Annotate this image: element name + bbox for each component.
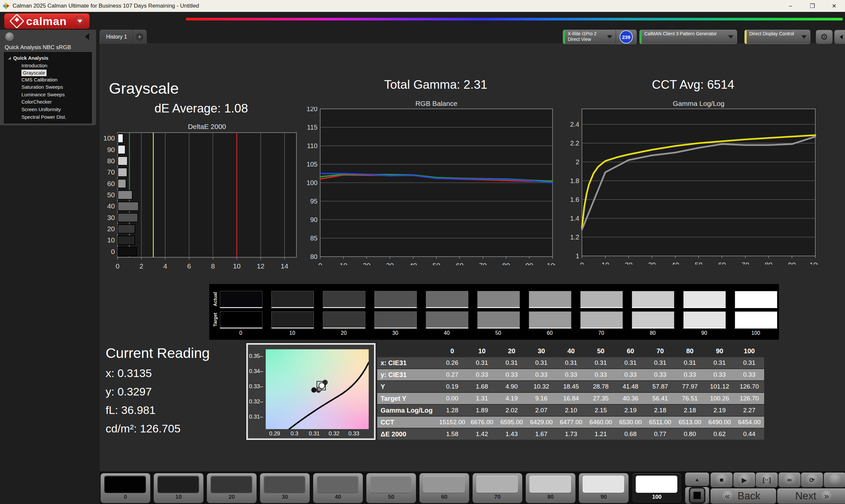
pattern-level-button-20[interactable]: 20 bbox=[207, 473, 257, 503]
svg-text:100: 100 bbox=[307, 179, 318, 186]
sidebar-item-saturation-sweeps[interactable]: Saturation Sweeps bbox=[21, 84, 91, 91]
sidebar-item-cms-calibration[interactable]: CMS Calibration bbox=[21, 76, 91, 84]
minimize-button[interactable]: – bbox=[780, 0, 802, 12]
target-swatch-40 bbox=[426, 311, 469, 328]
sidebar-item-colorchecker[interactable]: ColorChecker bbox=[21, 98, 91, 106]
sidebar-item-grayscale[interactable]: Grayscale bbox=[21, 70, 47, 76]
calman-menu-button[interactable]: calman bbox=[4, 13, 90, 29]
restore-button[interactable]: ❐ bbox=[802, 0, 823, 12]
meter-mode: Direct View bbox=[568, 37, 602, 42]
svg-text:60: 60 bbox=[107, 180, 115, 187]
sidebar-item-luminance-sweeps[interactable]: Luminance Sweeps bbox=[21, 91, 91, 98]
meter-dropdown-group: X-Rite i1Pro 2 Direct View 239 bbox=[563, 30, 637, 44]
tree-root-quick-analysis[interactable]: ◢ Quick Analysis bbox=[4, 52, 91, 61]
svg-text:2: 2 bbox=[576, 158, 579, 166]
blank-button[interactable] bbox=[824, 472, 845, 487]
collapse-toolbar-button[interactable] bbox=[834, 30, 845, 44]
pattern-level-button-90[interactable]: 90 bbox=[579, 473, 629, 503]
actual-swatch-30 bbox=[374, 291, 417, 308]
svg-text:30: 30 bbox=[648, 261, 655, 265]
pattern-level-button-40[interactable]: 40 bbox=[313, 473, 363, 503]
sidebar-collapse-button[interactable] bbox=[82, 32, 91, 41]
back-button-label: Back bbox=[738, 490, 760, 502]
pattern-level-button-80[interactable]: 80 bbox=[526, 473, 576, 503]
back-button[interactable]: « Back bbox=[710, 488, 776, 504]
sidebar-options-button[interactable] bbox=[5, 32, 14, 41]
deltae-bar-chart: 024681012141009080706050403020100 bbox=[99, 130, 302, 271]
display-control-dropdown[interactable]: Direct Display Control bbox=[744, 30, 810, 44]
display-control-dropdown-arrow[interactable] bbox=[798, 30, 810, 44]
pattern-level-label: 10 bbox=[154, 494, 203, 500]
sidebar-item-spectral-power-dist-[interactable]: Spectral Power Dist. bbox=[21, 113, 91, 121]
tree-expander-icon[interactable]: ◢ bbox=[8, 56, 11, 60]
play-button[interactable]: ▶ bbox=[733, 472, 756, 487]
svg-text:120: 120 bbox=[307, 107, 318, 112]
frame-step-button[interactable]: [··] bbox=[756, 472, 778, 487]
tab-history-1[interactable]: History 1 bbox=[100, 30, 133, 44]
meter-dropdown[interactable]: X-Rite i1Pro 2 Direct View bbox=[563, 30, 616, 44]
sidebar-item-introduction[interactable]: Introduction bbox=[21, 62, 91, 70]
svg-text:20: 20 bbox=[625, 261, 632, 265]
sidebar-tree-items: IntroductionGrayscaleCMS CalibrationSatu… bbox=[4, 62, 91, 121]
pattern-level-button-100[interactable]: 100 bbox=[632, 473, 682, 503]
svg-text:80: 80 bbox=[107, 157, 115, 165]
meter-count-badge[interactable]: 239 bbox=[619, 30, 633, 43]
cie-chromaticity-chart: 0.35–0.34–0.33–0.32–0.31–0.290.30.310.32… bbox=[246, 343, 376, 440]
panel-up-button[interactable]: ▲ bbox=[685, 472, 709, 486]
pattern-level-button-0[interactable]: 0 bbox=[100, 473, 151, 503]
next-button-label: Next bbox=[795, 490, 816, 502]
svg-text:50: 50 bbox=[107, 191, 115, 199]
cie-y-tick: 0.34– bbox=[249, 368, 263, 375]
pattern-level-button-10[interactable]: 10 bbox=[154, 473, 204, 503]
calman-app-window: Calman 2025 Calman Ultimate for Business… bbox=[0, 0, 845, 504]
pattern-patch bbox=[370, 475, 411, 493]
svg-text:10: 10 bbox=[340, 262, 347, 265]
svg-text:95: 95 bbox=[310, 198, 318, 205]
calman-menu-dropdown[interactable] bbox=[74, 16, 86, 27]
svg-text:10: 10 bbox=[233, 262, 241, 270]
next-chevrons-icon: » bbox=[824, 491, 829, 501]
refresh-button[interactable]: ⟳ bbox=[801, 472, 823, 487]
rgb-balance-chart: 1201151101051009590858001020304050607080… bbox=[297, 107, 555, 265]
add-tab-button[interactable]: + bbox=[133, 30, 146, 44]
svg-text:115: 115 bbox=[307, 124, 318, 131]
window-pattern-button[interactable] bbox=[685, 487, 709, 504]
pattern-patch bbox=[423, 475, 465, 493]
pattern-generator-dropdown-arrow[interactable] bbox=[725, 30, 737, 44]
actual-swatch-50 bbox=[477, 291, 520, 308]
svg-text:100: 100 bbox=[103, 134, 115, 142]
pattern-generator-dropdown[interactable]: CalMAN Client 3 Pattern Generator bbox=[639, 30, 737, 44]
app-icon bbox=[3, 3, 9, 9]
close-button[interactable]: ✕ bbox=[823, 0, 845, 12]
stop-button[interactable]: ■ bbox=[710, 472, 733, 487]
pattern-patch bbox=[104, 475, 146, 493]
current-reading-line: cd/m²: 126.705 bbox=[106, 422, 180, 435]
pattern-patch bbox=[476, 475, 518, 493]
cie-y-tick: 0.32– bbox=[249, 398, 263, 405]
pattern-level-button-70[interactable]: 70 bbox=[472, 473, 523, 503]
gear-icon[interactable]: ⚙ bbox=[816, 30, 833, 44]
display-control-label: Direct Display Control bbox=[746, 30, 798, 44]
deltae-chart-title: DeltaE 2000 bbox=[118, 123, 296, 131]
pattern-level-label: 70 bbox=[473, 494, 522, 500]
next-button[interactable]: Next » bbox=[777, 488, 845, 504]
cie-x-tick: 0.3 bbox=[286, 430, 303, 437]
svg-text:14: 14 bbox=[281, 262, 288, 270]
grayscale-measurement-table: 0102030405060708090100x: CIE310.260.310.… bbox=[377, 345, 764, 440]
pattern-level-button-30[interactable]: 30 bbox=[260, 473, 310, 503]
pattern-level-label: 60 bbox=[420, 494, 469, 500]
pattern-level-button-50[interactable]: 50 bbox=[366, 473, 416, 503]
loop-button[interactable]: ∞ bbox=[778, 472, 801, 487]
calman-logo-icon bbox=[9, 14, 24, 29]
svg-text:2: 2 bbox=[139, 262, 143, 270]
svg-text:70: 70 bbox=[479, 262, 487, 265]
svg-text:2.2: 2.2 bbox=[570, 140, 579, 147]
svg-text:1: 1 bbox=[576, 252, 579, 259]
actual-swatch-20 bbox=[323, 291, 365, 308]
svg-text:10: 10 bbox=[107, 236, 115, 244]
meter-dropdown-arrow[interactable] bbox=[604, 30, 616, 44]
pattern-level-button-60[interactable]: 60 bbox=[419, 473, 469, 503]
sidebar-item-screen-uniformity[interactable]: Screen Uniformity bbox=[21, 106, 91, 113]
target-swatch-10 bbox=[271, 311, 314, 328]
cie-x-tick: 0.31 bbox=[306, 430, 322, 437]
